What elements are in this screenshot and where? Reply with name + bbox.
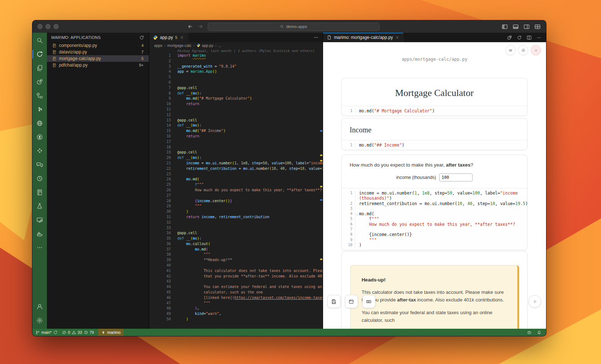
cell-code[interactable]: 1mo.md("## Income") <box>342 140 527 150</box>
breadcrumb-item[interactable]: mortgage-calc <box>167 43 192 48</box>
activity-terraform-icon[interactable] <box>32 103 47 116</box>
copilot-icon[interactable] <box>527 330 532 335</box>
activity-structure-icon[interactable] <box>32 89 47 103</box>
marimo-settings-button[interactable] <box>518 45 528 55</box>
code-editor[interactable]: Akshay Agrawal, last month | 2 authors (… <box>149 48 323 329</box>
code-line: 40 <box>149 263 323 268</box>
callout-paragraph: You can estimate your federal and state … <box>362 309 506 324</box>
menu-icon <box>508 48 513 53</box>
breadcrumb-item[interactable]: apps <box>154 43 163 48</box>
app-title: Mortgage Calculator <box>342 78 527 106</box>
code-line: 17 <box>149 139 323 145</box>
activity-notebook-icon[interactable] <box>32 185 47 199</box>
code-line: 3__generated_with = "0.0.14" <box>149 64 323 69</box>
code-line: 42 that you provide **after-tax** income… <box>149 274 323 279</box>
cell-card-title: Mortgage Calculator 1mo.md("# Mortgage C… <box>341 78 528 116</box>
toggle-sidebar-icon[interactable] <box>501 23 508 30</box>
tab-overflow-icon[interactable] <box>313 35 319 40</box>
code-line: 16 return <box>149 134 323 139</box>
breadcrumb-item[interactable]: app.py <box>196 43 214 48</box>
open-external-icon[interactable] <box>507 35 512 40</box>
marimo-shutdown-button[interactable] <box>531 45 541 55</box>
file-row[interactable]: components/app.py4 <box>47 42 149 49</box>
code-line: 7@app.cell <box>149 85 323 91</box>
toggle-secondary-sidebar-icon[interactable] <box>523 23 530 30</box>
notebook-icon <box>36 189 43 196</box>
refresh-icon[interactable] <box>139 35 144 40</box>
activity-remote-monitor-icon[interactable] <box>32 213 47 227</box>
activity-copy-pages-icon[interactable] <box>32 61 47 75</box>
preview-code-line: 4⌄mo.md( <box>342 211 527 216</box>
gear-icon <box>521 48 526 53</box>
run-button[interactable] <box>529 295 541 308</box>
file-row[interactable]: pdfchat/app.py9+ <box>47 62 149 68</box>
file-row[interactable]: dataviz/app.py7 <box>47 49 149 55</box>
toggle-panel-icon[interactable] <box>512 23 519 30</box>
structure-icon <box>36 92 43 99</box>
tab-marimo-preview[interactable]: marimo: mortgage-calc/app.py <box>323 33 403 42</box>
warning-icon <box>72 330 76 335</box>
cell-code[interactable]: 1mo.md("# Mortgage Calculator") <box>342 106 527 116</box>
marimo-menu-button[interactable] <box>505 45 516 55</box>
error-icon <box>62 330 67 335</box>
nav-back-icon[interactable] <box>187 24 193 29</box>
close-window-button[interactable] <box>37 24 43 29</box>
code-line: 15 mo.md("## Income") <box>149 128 323 134</box>
zoom-window-button[interactable] <box>53 24 59 29</box>
code-line: 25 f""" <box>149 182 323 188</box>
activity-diamonds-icon[interactable] <box>32 144 47 158</box>
preview-code-line: (thousands)") <box>342 196 527 201</box>
close-tab-icon[interactable] <box>180 35 184 40</box>
pending-icon <box>84 330 88 335</box>
activity-marimo-loop-icon[interactable] <box>32 47 47 61</box>
activity-search-icon[interactable] <box>32 33 47 47</box>
warning-callout: Heads-up! This calculator does not take … <box>350 265 519 329</box>
file-row[interactable]: mortgage-calc/app.py5 <box>47 55 149 62</box>
open-in-browser-button[interactable] <box>345 295 358 308</box>
split-editor-icon[interactable] <box>526 35 532 40</box>
activity-globe-icon[interactable] <box>32 116 47 130</box>
close-tab-icon[interactable] <box>395 35 399 40</box>
more-actions-icon[interactable] <box>536 35 542 40</box>
code-line: 13@app.cell <box>149 118 323 123</box>
activity-clock-icon[interactable] <box>32 172 47 185</box>
git-branch-item[interactable]: main* <box>35 329 57 336</box>
editor-actions <box>507 33 546 42</box>
activity-github-icon[interactable] <box>32 130 47 144</box>
activity-test-target-icon[interactable] <box>32 75 47 89</box>
customize-layout-icon[interactable] <box>534 23 541 30</box>
activity-settings-gear-icon[interactable] <box>32 313 47 327</box>
command-center-search[interactable]: demo-apps <box>208 23 379 31</box>
income-number-input[interactable] <box>439 173 473 181</box>
activity-ellipsis-icon[interactable] <box>32 241 47 255</box>
code-line: 10 return <box>149 101 323 107</box>
cell-code[interactable]: 1income = mo.ui.number(1, 1e8, step=50, … <box>342 188 527 250</box>
activity-docker-icon[interactable] <box>32 227 47 241</box>
tab-label: app.py <box>160 35 173 40</box>
minimize-window-button[interactable] <box>45 24 51 29</box>
reload-preview-icon[interactable] <box>517 35 522 40</box>
nav-forward-icon[interactable] <box>198 24 203 29</box>
preview-code-line: 8 {income.center()} <box>342 232 527 237</box>
tab-app-py[interactable]: app.py 5 <box>149 33 188 42</box>
notebook-file-icon <box>52 43 57 48</box>
problems-item[interactable]: 0 33 79 <box>62 329 94 336</box>
sync-icon <box>53 330 58 335</box>
keyboard-shortcuts-button[interactable] <box>362 295 375 308</box>
breadcrumb-item[interactable]: ... <box>218 43 222 48</box>
activity-comments-icon[interactable] <box>32 158 47 172</box>
cell-card-interactive: How much do you expect to make this year… <box>341 155 528 250</box>
notifications-bell-icon[interactable] <box>537 330 542 335</box>
activity-account-icon[interactable] <box>32 300 47 313</box>
activity-beaker-icon[interactable] <box>32 199 47 213</box>
close-icon <box>534 48 538 53</box>
code-line: 23 <box>149 172 323 177</box>
save-button[interactable] <box>327 295 341 308</box>
diamonds-icon <box>36 147 43 155</box>
traffic-lights <box>32 24 65 29</box>
marimo-status-item[interactable]: marimo <box>98 329 123 336</box>
app-file-path: apps/mortgage-calc/app.py <box>323 57 546 62</box>
breadcrumb: apps›mortgage-calc›app.py›... <box>149 42 323 48</box>
editor-group-code: app.py 5 apps›mortgage-calc›app.py›... A… <box>149 33 323 329</box>
code-line: 31 return income, retirement_contributio… <box>149 215 323 220</box>
